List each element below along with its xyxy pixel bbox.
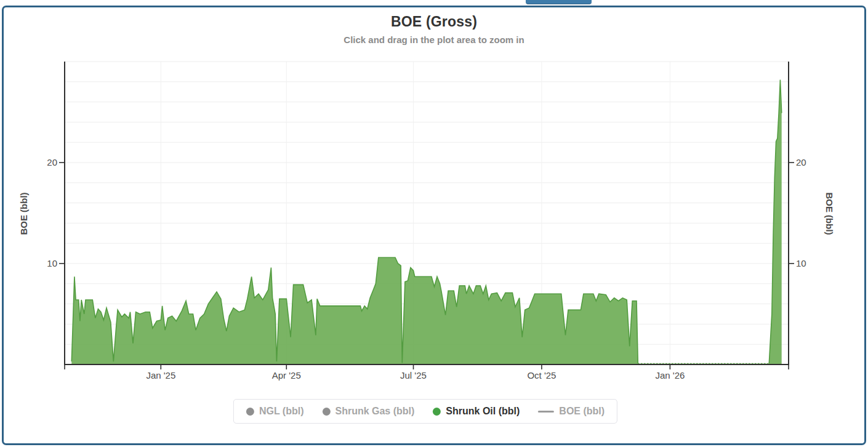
- legend-circle-marker-icon: [322, 408, 330, 416]
- legend-line-marker-icon: [538, 411, 554, 413]
- legend-circle-marker-icon: [246, 408, 254, 416]
- y-axis-right-title: BOE (bbl): [824, 192, 835, 235]
- legend-item-label: Shrunk Oil (bbl): [446, 406, 520, 417]
- legend-item-boe-bbl[interactable]: BOE (bbl): [538, 406, 605, 417]
- chart-region: BOE (Gross) Click and drag in the plot a…: [0, 0, 868, 447]
- plot-area[interactable]: [65, 62, 789, 364]
- legend-item-label: Shrunk Gas (bbl): [335, 406, 414, 417]
- legend-item-shrunk-gas-bbl[interactable]: Shrunk Gas (bbl): [322, 406, 414, 417]
- y-axis-label-left: 10: [29, 258, 57, 269]
- chart-subtitle: Click and drag in the plot area to zoom …: [0, 34, 868, 45]
- y-axis-label-right: 10: [796, 258, 824, 269]
- x-axis-label: Oct '25: [514, 370, 569, 381]
- legend-item-ngl-bbl[interactable]: NGL (bbl): [246, 406, 304, 417]
- x-axis-label: Jan '26: [642, 370, 697, 381]
- legend-item-label: NGL (bbl): [259, 406, 304, 417]
- x-axis-label: Apr '25: [259, 370, 314, 381]
- y-axis-left-title: BOE (bbl): [18, 192, 29, 235]
- y-axis-label-left: 20: [29, 157, 57, 168]
- legend-item-label: BOE (bbl): [559, 406, 605, 417]
- legend-circle-marker-icon: [433, 408, 441, 416]
- plot-svg: [65, 62, 789, 364]
- chart-title: BOE (Gross): [0, 14, 868, 30]
- x-axis-label: Jul '25: [385, 370, 441, 381]
- y-axis-label-right: 20: [796, 157, 824, 168]
- chart-legend: NGL (bbl)Shrunk Gas (bbl)Shrunk Oil (bbl…: [233, 399, 617, 424]
- x-axis-label: Jan '25: [133, 370, 188, 381]
- legend-item-shrunk-oil-bbl[interactable]: Shrunk Oil (bbl): [433, 406, 520, 417]
